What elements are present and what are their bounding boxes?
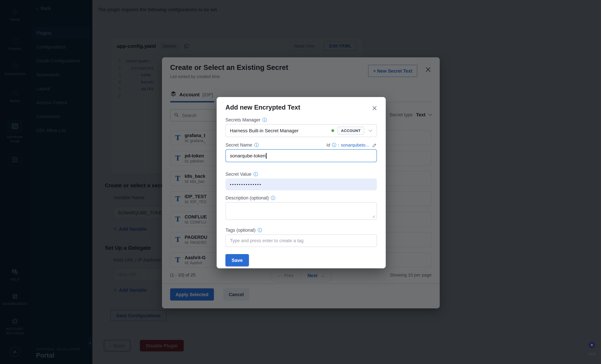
info-icon[interactable]	[253, 172, 258, 176]
info-icon[interactable]	[332, 143, 336, 147]
resize-handle-icon[interactable]	[372, 215, 375, 218]
secret-id-display: Id : sonarqubeto...	[326, 143, 377, 148]
close-icon[interactable]	[372, 106, 377, 111]
secret-id-link[interactable]: sonarqubeto...	[341, 143, 369, 148]
description-textarea[interactable]	[225, 202, 377, 220]
secret-value-input[interactable]: ••••••••••••••	[225, 178, 377, 190]
secrets-manager-label: Secrets Manager	[225, 117, 267, 123]
info-icon[interactable]	[258, 228, 262, 232]
edit-pencil-icon[interactable]	[372, 143, 377, 147]
secrets-manager-select[interactable]: Harness Built-in Secret Manager ACCOUNT	[225, 124, 377, 137]
add-encrypted-text-modal: Add new Encrypted Text Secrets Manager H…	[217, 97, 386, 268]
scope-badge: ACCOUNT	[337, 126, 364, 135]
chevron-down-icon	[369, 128, 372, 132]
secret-value-label: Secret Value	[225, 172, 258, 177]
save-button[interactable]: Save	[225, 254, 249, 266]
info-icon[interactable]	[271, 196, 275, 200]
status-dot	[331, 129, 334, 132]
tags-label: Tags (optional)	[225, 228, 262, 233]
modal-title: Add new Encrypted Text	[225, 104, 300, 111]
app-screen: Home Projects Deployments Builds Develop…	[0, 0, 601, 364]
secret-name-input[interactable]: sonarqube-token	[225, 149, 377, 162]
text-caret	[266, 153, 266, 159]
info-icon[interactable]	[262, 118, 267, 122]
secret-name-label: Secret Name	[225, 143, 259, 148]
info-icon[interactable]	[254, 143, 259, 147]
tags-input[interactable]: Type and press enter to create a tag	[225, 234, 377, 247]
description-label: Description (optional)	[225, 195, 275, 201]
